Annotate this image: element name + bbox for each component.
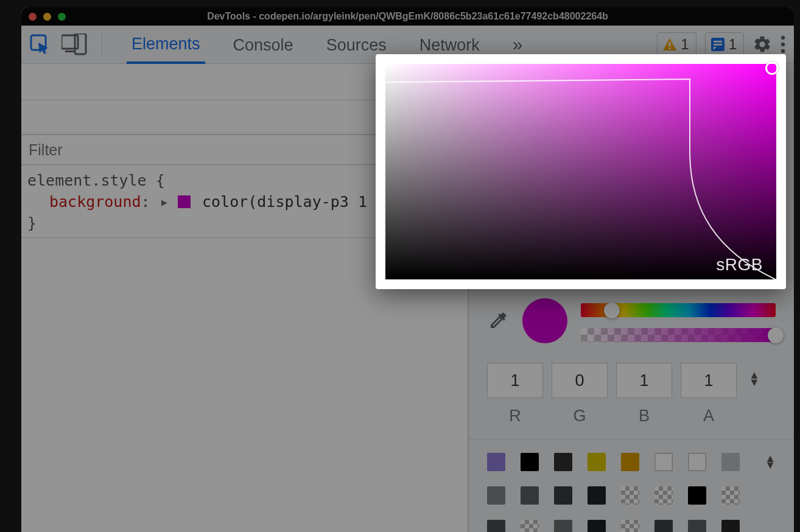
svg-point-9 xyxy=(781,36,785,40)
palette-swatch[interactable] xyxy=(688,486,706,505)
alpha-slider[interactable] xyxy=(581,328,776,342)
svg-rect-7 xyxy=(714,41,722,43)
css-property-name: background xyxy=(49,193,141,211)
channel-b-input[interactable] xyxy=(616,363,672,398)
palette-swatch[interactable] xyxy=(654,520,673,532)
channel-a-input[interactable] xyxy=(681,363,737,398)
palette-swatch[interactable] xyxy=(654,486,673,505)
channel-a-label: A xyxy=(703,407,714,425)
channel-b-label: B xyxy=(639,407,650,425)
palette-swatch[interactable] xyxy=(588,453,606,471)
channel-g-label: G xyxy=(573,407,586,425)
palette-swatch[interactable] xyxy=(487,486,505,505)
svg-rect-2 xyxy=(65,51,74,52)
palette-swatch[interactable] xyxy=(588,520,606,532)
css-property-value: color(display-p3 1 0 xyxy=(202,193,385,211)
svg-rect-5 xyxy=(669,47,671,49)
palette-swatch[interactable] xyxy=(721,453,740,471)
palette-swatch[interactable] xyxy=(487,520,505,532)
titlebar: DevTools - codepen.io/argyleink/pen/QWBg… xyxy=(21,7,794,26)
color-swatch-inline[interactable] xyxy=(178,195,191,208)
warning-count: 1 xyxy=(681,36,689,53)
palette-swatch[interactable] xyxy=(521,520,539,532)
maximize-window-button[interactable] xyxy=(58,13,66,21)
channel-g-input[interactable] xyxy=(552,363,608,398)
issues-badge[interactable]: 1 xyxy=(705,32,744,57)
svg-point-11 xyxy=(781,49,785,53)
gamut-label: sRGB xyxy=(716,255,763,275)
palette-swatch[interactable] xyxy=(621,520,639,532)
more-tabs-button[interactable]: » xyxy=(508,34,526,55)
hue-slider[interactable] xyxy=(581,303,776,317)
alpha-slider-thumb[interactable] xyxy=(768,327,784,343)
svg-rect-3 xyxy=(75,33,86,54)
spectrum-cursor[interactable] xyxy=(765,61,779,75)
palette-swatch[interactable] xyxy=(721,520,740,532)
warnings-badge[interactable]: 1 xyxy=(657,32,696,57)
tab-console[interactable]: Console xyxy=(228,27,298,63)
svg-point-10 xyxy=(781,43,785,46)
color-palette: ▲▼ xyxy=(469,439,794,532)
palette-swatch[interactable] xyxy=(487,453,505,471)
more-options-button[interactable] xyxy=(781,35,785,54)
color-format-toggle[interactable]: ▲▼ xyxy=(749,371,760,386)
minimize-window-button[interactable] xyxy=(43,13,51,21)
close-window-button[interactable] xyxy=(29,13,37,21)
palette-swatch[interactable] xyxy=(554,520,572,532)
inspect-element-button[interactable] xyxy=(30,34,51,55)
svg-rect-8 xyxy=(714,44,722,46)
settings-button[interactable] xyxy=(753,35,772,54)
palette-swatch[interactable] xyxy=(621,453,639,471)
window-title: DevTools - codepen.io/argyleink/pen/QWBg… xyxy=(207,11,608,22)
eyedropper-button[interactable] xyxy=(487,310,509,332)
hue-slider-thumb[interactable] xyxy=(604,303,620,318)
palette-swatch[interactable] xyxy=(554,453,572,471)
channel-r-input[interactable] xyxy=(487,363,543,398)
palette-swatch[interactable] xyxy=(521,453,539,471)
palette-swatch[interactable] xyxy=(554,486,572,505)
color-spectrum-popout: sRGB xyxy=(376,54,786,289)
palette-swatch[interactable] xyxy=(588,486,606,505)
palette-swatch[interactable] xyxy=(688,453,706,471)
toggle-device-toolbar-button[interactable] xyxy=(61,33,87,55)
palette-swatch[interactable] xyxy=(521,486,539,505)
color-spectrum[interactable]: sRGB xyxy=(385,64,776,279)
current-color-swatch xyxy=(522,298,567,343)
css-selector: element.style { xyxy=(27,172,165,189)
palette-swatch[interactable] xyxy=(688,520,706,532)
palette-swatch[interactable] xyxy=(621,486,639,505)
palette-swatch[interactable] xyxy=(721,486,740,505)
channel-r-label: R xyxy=(509,407,521,425)
issue-count: 1 xyxy=(729,36,737,53)
css-rule-close: } xyxy=(27,214,37,232)
tab-elements[interactable]: Elements xyxy=(127,26,205,64)
expand-icon[interactable]: ▶ xyxy=(161,195,167,210)
palette-swatch[interactable] xyxy=(654,453,673,471)
palette-set-toggle[interactable]: ▲▼ xyxy=(765,455,776,469)
svg-rect-4 xyxy=(669,42,671,46)
